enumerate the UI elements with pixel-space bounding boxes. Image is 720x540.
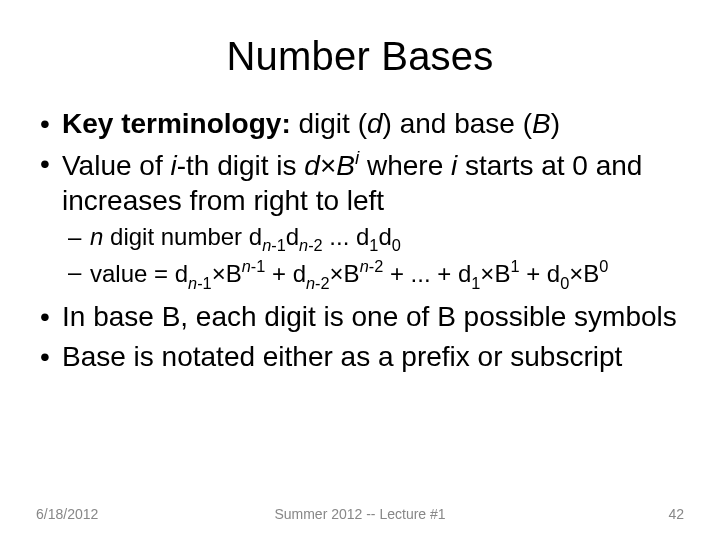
var-B: B [583, 260, 599, 287]
sup: 1 [510, 257, 519, 275]
text: d [286, 223, 299, 250]
minus2: -2 [308, 236, 323, 254]
bullet-value-formula: Value of i-th digit is d×Bi where i star… [62, 147, 684, 292]
text: where [359, 150, 451, 181]
var-n: n [299, 236, 308, 254]
var-n: n [306, 274, 315, 292]
sub: 1 [471, 274, 480, 292]
sub: 0 [392, 236, 401, 254]
var-n: n [242, 257, 251, 275]
sub: n-1 [188, 274, 212, 292]
text: ) and base ( [383, 108, 532, 139]
var-B: B [336, 150, 355, 181]
sub: n-2 [306, 274, 330, 292]
text: + d [265, 260, 306, 287]
var-n: n [90, 223, 103, 250]
text: ... d [323, 223, 370, 250]
sup: n-2 [360, 257, 384, 275]
times: × [569, 260, 583, 287]
bullet-base-symbols: In base B, each digit is one of B possib… [62, 300, 684, 334]
sub: 0 [560, 274, 569, 292]
minus1: -1 [197, 274, 212, 292]
var-n: n [188, 274, 197, 292]
sub: 1 [369, 236, 378, 254]
sub: n-2 [299, 236, 323, 254]
text: ) [551, 108, 560, 139]
bullet-base-notation: Base is notated either as a prefix or su… [62, 340, 684, 374]
var-B: B [344, 260, 360, 287]
text: digit number d [103, 223, 262, 250]
times: × [212, 260, 226, 287]
text: -th digit is [177, 150, 305, 181]
text: + ... + d [383, 260, 471, 287]
times: × [480, 260, 494, 287]
footer-center: Summer 2012 -- Lecture #1 [0, 506, 720, 522]
sup: 0 [599, 257, 608, 275]
times: × [330, 260, 344, 287]
sub: n-1 [262, 236, 286, 254]
text: digit ( [291, 108, 367, 139]
minus1: -1 [271, 236, 286, 254]
bullet-list: Key terminology: digit (d) and base (B) … [36, 107, 684, 374]
footer-date: 6/18/2012 [36, 506, 98, 522]
var-d: d [304, 150, 320, 181]
minus2: -2 [369, 257, 384, 275]
bullet-key-terminology: Key terminology: digit (d) and base (B) [62, 107, 684, 141]
var-B: B [494, 260, 510, 287]
lead-text: Key terminology: [62, 108, 291, 139]
minus2: -2 [315, 274, 330, 292]
var-d: d [367, 108, 383, 139]
sub-digit-number: n digit number dn-1dn-2 ... d1d0 [90, 222, 684, 255]
sub-list: n digit number dn-1dn-2 ... d1d0 value =… [62, 222, 684, 292]
times: × [320, 150, 336, 181]
text: Value of [62, 150, 170, 181]
slide-title: Number Bases [36, 34, 684, 79]
var-B: B [226, 260, 242, 287]
footer-page: 42 [668, 506, 684, 522]
text: + d [519, 260, 560, 287]
text: value = d [90, 260, 188, 287]
slide: Number Bases Key terminology: digit (d) … [0, 0, 720, 540]
footer: 6/18/2012 Summer 2012 -- Lecture #1 42 [0, 506, 720, 522]
var-n: n [360, 257, 369, 275]
sup: n-1 [242, 257, 266, 275]
var-B: B [532, 108, 551, 139]
text: d [378, 223, 391, 250]
sub-value-expansion: value = dn-1×Bn-1 + dn-2×Bn-2 + ... + d1… [90, 257, 684, 292]
minus1: -1 [251, 257, 266, 275]
var-n: n [262, 236, 271, 254]
sup-i: i [355, 147, 359, 168]
